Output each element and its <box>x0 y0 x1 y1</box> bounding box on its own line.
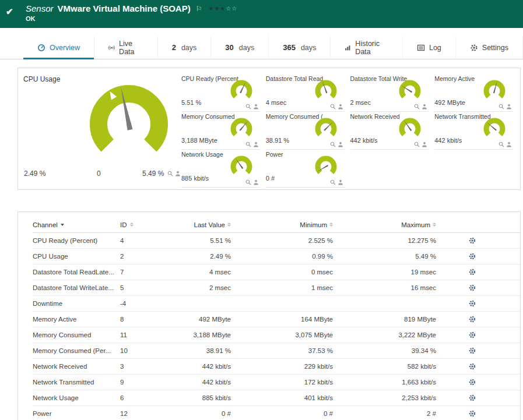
column-header-channel[interactable]: Channel <box>33 221 120 228</box>
cell-maximum: 19 msec <box>333 269 436 276</box>
magnifier-icon[interactable] <box>167 171 173 177</box>
cell-last-value: 492 MByte <box>161 316 231 323</box>
channel-settings-button[interactable] <box>468 331 520 339</box>
tab-settings[interactable]: Settings <box>456 36 523 59</box>
person-icon[interactable] <box>422 142 427 147</box>
tab-day-count: 365 <box>283 43 296 52</box>
flag-icon[interactable]: ⚐ <box>196 5 202 13</box>
channel-settings-button[interactable] <box>468 268 520 276</box>
tab-30-days[interactable]: 30 days <box>211 36 269 59</box>
cell-maximum: 12.275 % <box>333 237 436 244</box>
tab-historic-data[interactable]: Historic Data <box>331 36 403 59</box>
mini-gauge-dial <box>313 153 339 179</box>
table-row: Memory Active 8 492 MByte 164 MByte 819 … <box>33 312 520 327</box>
mini-gauge-value: 492 MByte <box>434 99 465 106</box>
channel-settings-button[interactable] <box>468 378 520 386</box>
cell-last-value: 4 msec <box>161 269 231 276</box>
magnifier-icon[interactable] <box>499 104 504 110</box>
cell-maximum: 3,222 MByte <box>333 331 436 338</box>
magnifier-icon[interactable] <box>499 142 504 147</box>
sensor-header: ✔ Sensor VMware Virtual Machine (SOAP) ⚐… <box>0 0 523 28</box>
person-icon[interactable] <box>175 171 181 177</box>
tab-365-days[interactable]: 365 days <box>269 36 331 59</box>
magnifier-icon[interactable] <box>330 142 336 147</box>
cell-maximum: 16 msec <box>333 284 436 291</box>
channel-settings-button[interactable] <box>468 237 520 245</box>
tab-live-data[interactable]: Live Data <box>94 36 158 59</box>
mini-gauge-dial <box>397 115 423 141</box>
channel-settings-button[interactable] <box>468 362 520 370</box>
table-row: CPU Usage 2 2.49 % 0.99 % 5.49 % <box>33 249 520 264</box>
person-icon[interactable] <box>338 179 343 185</box>
cell-id: 7 <box>120 269 161 276</box>
person-icon[interactable] <box>422 104 427 110</box>
table-row: Network Received 3 442 kbit/s 229 kbit/s… <box>33 359 520 375</box>
cell-maximum: 39.34 % <box>333 347 436 354</box>
column-header-maximum[interactable]: Maximum <box>401 221 436 228</box>
cell-id: 4 <box>120 237 161 244</box>
person-icon[interactable] <box>253 104 259 110</box>
mini-gauge-grid: CPU Ready (Percent) 5.51 % Datastore Tot… <box>181 75 513 188</box>
person-icon[interactable] <box>253 179 259 185</box>
magnifier-icon[interactable] <box>330 104 336 110</box>
channel-settings-button[interactable] <box>468 394 520 402</box>
column-header-last-value[interactable]: Last Value <box>194 221 231 228</box>
cell-channel: Datastore Total ReadLate... <box>33 269 120 276</box>
cell-id: 3 <box>120 363 161 370</box>
star-icon-filled[interactable]: ★★★ <box>208 5 226 12</box>
magnifier-icon[interactable] <box>245 179 251 185</box>
cell-id: 5 <box>120 284 161 291</box>
mini-gauge-value: 2 msec <box>350 99 371 106</box>
channel-settings-button[interactable] <box>468 252 520 260</box>
mini-gauge-value: 885 kbit/s <box>181 175 209 182</box>
tab-label: Historic Data <box>355 40 388 56</box>
column-header-minimum[interactable]: Minimum <box>300 221 333 228</box>
cell-maximum: 2 # <box>333 410 436 417</box>
priority-stars[interactable]: ★★★☆☆ <box>208 5 237 12</box>
cell-channel: CPU Usage <box>33 253 120 260</box>
column-header-id[interactable]: ID <box>120 221 161 228</box>
gear-icon <box>468 299 476 308</box>
star-icon-empty[interactable]: ☆☆ <box>226 5 237 12</box>
mini-gauge-network-usage: Network Usage 885 kbit/s <box>181 151 260 188</box>
table-row: Memory Consumed (Per... 10 38.91 % 37.53… <box>33 343 520 359</box>
tab-day-count: 2 <box>172 43 176 52</box>
tab-log[interactable]: Log <box>403 36 456 59</box>
channels-table-panel: Channel ID Last Value Minimum Maximum CP… <box>17 211 521 420</box>
main-gauge-min: 0 <box>97 170 101 178</box>
channel-settings-button[interactable] <box>468 347 520 355</box>
mini-gauge-value: 442 kbit/s <box>434 137 462 144</box>
mini-gauge-datastore-write: Datastore Total WriteL... 2 msec <box>350 75 429 112</box>
magnifier-icon[interactable] <box>245 104 251 110</box>
magnifier-icon[interactable] <box>245 142 251 147</box>
table-row: Power 12 0 # 0 # 2 # <box>33 406 520 420</box>
mini-gauge-dial <box>229 153 254 179</box>
cell-maximum: 1,663 kbit/s <box>333 379 436 386</box>
cell-maximum: 5.49 % <box>333 253 436 260</box>
cell-last-value: 2.49 % <box>161 253 231 260</box>
cell-id: 12 <box>120 410 161 417</box>
channel-settings-button[interactable] <box>468 410 520 418</box>
channel-settings-button[interactable] <box>468 315 520 323</box>
cell-minimum: 0 msec <box>231 269 333 276</box>
tab-overview[interactable]: Overview <box>23 36 94 59</box>
magnifier-icon[interactable] <box>414 104 420 110</box>
gear-icon <box>468 268 476 276</box>
cell-id: 9 <box>120 379 161 386</box>
tab-2-days[interactable]: 2 days <box>158 36 212 59</box>
table-row: Network Usage 6 885 kbit/s 401 kbit/s 2,… <box>33 390 520 406</box>
channel-settings-button[interactable] <box>468 284 520 292</box>
cell-id: 8 <box>120 316 161 323</box>
mini-gauge-value: 4 msec <box>266 99 286 106</box>
gear-icon <box>468 362 476 370</box>
magnifier-icon[interactable] <box>414 142 420 147</box>
person-icon[interactable] <box>506 142 512 147</box>
person-icon[interactable] <box>253 142 259 147</box>
mini-gauge-datastore-read: Datastore Total ReadLa... 4 msec <box>266 75 345 112</box>
person-icon[interactable] <box>338 104 343 110</box>
channel-settings-button[interactable] <box>468 299 520 308</box>
person-icon[interactable] <box>338 142 343 147</box>
table-row: Memory Consumed 11 3,188 MByte 3,075 MBy… <box>33 327 520 343</box>
magnifier-icon[interactable] <box>330 179 336 185</box>
person-icon[interactable] <box>506 104 512 110</box>
